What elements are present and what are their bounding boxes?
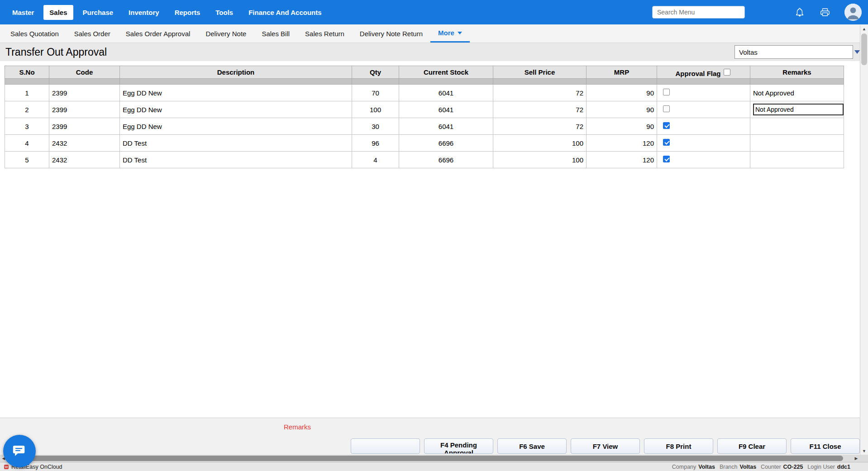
col-header-label: MRP <box>614 68 629 76</box>
subnav-item-sales-bill[interactable]: Sales Bill <box>254 24 297 43</box>
cell-code: 2399 <box>49 101 120 118</box>
cell-sell-price: 72 <box>493 101 587 118</box>
f6-save-button[interactable]: F6 Save <box>497 438 567 454</box>
dropdown-arrow-icon[interactable] <box>854 50 860 54</box>
main-menu: MasterSalesPurchaseInventoryReportsTools… <box>6 5 328 20</box>
cell-mrp: 90 <box>587 85 657 101</box>
f4-pending-approval-button[interactable]: F4 Pending Approval <box>424 438 493 454</box>
topnav-item-inventory[interactable]: Inventory <box>123 5 165 20</box>
table-row: 12399Egg DD New7060417290Not Approved <box>5 85 844 101</box>
branch-select[interactable]: Voltas <box>734 45 860 59</box>
approval-flag-checkbox[interactable] <box>663 156 670 162</box>
topnav-item-finance-and-accounts[interactable]: Finance And Accounts <box>243 5 327 20</box>
cell-current-stock: 6041 <box>399 85 493 101</box>
branch-select-value[interactable]: Voltas <box>734 45 853 59</box>
scroll-up-icon[interactable]: ▲ <box>860 27 868 31</box>
cell-current-stock: 6041 <box>399 101 493 118</box>
col-header-current-stock: Current Stock <box>399 66 493 79</box>
topnav-item-tools[interactable]: Tools <box>210 5 239 20</box>
table-filter-row <box>5 79 844 85</box>
approval-grid: S.NoCodeDescriptionQtyCurrent StockSell … <box>5 66 844 168</box>
topnav-item-reports[interactable]: Reports <box>169 5 206 20</box>
f8-print-button[interactable]: F8 Print <box>644 438 713 454</box>
search-input[interactable] <box>652 6 745 19</box>
status-label-company: Company <box>672 464 696 470</box>
cell-sno: 5 <box>5 152 49 168</box>
subnav-item-delivery-note[interactable]: Delivery Note <box>198 24 254 43</box>
filter-cell <box>120 79 352 85</box>
f9-clear-button[interactable]: F9 Clear <box>717 438 787 454</box>
chat-fab-button[interactable] <box>3 435 36 467</box>
col-header-label: Approval Flag <box>675 70 720 77</box>
cell-remarks <box>750 118 844 135</box>
cell-sno: 1 <box>5 85 49 101</box>
cell-approval-flag <box>657 135 750 152</box>
col-header-remarks: Remarks <box>750 66 844 79</box>
approval-flag-checkbox[interactable] <box>663 105 670 112</box>
horizontal-scrollbar[interactable]: ◀ ▶ <box>0 455 860 462</box>
cell-code: 2399 <box>49 85 120 101</box>
subnav-item-delivery-note-return[interactable]: Delivery Note Return <box>352 24 430 43</box>
approval-flag-checkbox[interactable] <box>663 122 670 129</box>
cell-qty: 4 <box>352 152 399 168</box>
horizontal-scroll-thumb[interactable] <box>8 456 843 461</box>
chevron-down-icon <box>458 32 462 34</box>
col-header-sell-price: Sell Price <box>493 66 587 79</box>
cell-description: DD Test <box>120 152 352 168</box>
status-label-login-user: Login User <box>807 464 835 470</box>
col-header-label: Code <box>76 68 93 76</box>
topnav-right-tools <box>652 4 862 21</box>
session-info: CompanyVoltasBranchVoltasCounterCO-225Lo… <box>672 464 853 470</box>
cell-remarks <box>750 135 844 152</box>
subnav-item-sales-order[interactable]: Sales Order <box>67 24 118 43</box>
top-navigation-bar: MasterSalesPurchaseInventoryReportsTools… <box>0 0 868 24</box>
scroll-right-icon[interactable]: ▶ <box>853 455 860 462</box>
remarks-label: Remarks <box>284 423 311 431</box>
subnav-item-sales-order-approval[interactable]: Sales Order Approval <box>118 24 198 43</box>
status-label-branch: Branch <box>720 464 738 470</box>
topnav-item-master[interactable]: Master <box>6 5 40 20</box>
col-header-mrp: MRP <box>587 66 657 79</box>
table-row: 32399Egg DD New3060417290 <box>5 118 844 135</box>
subnav-item-sales-return[interactable]: Sales Return <box>297 24 352 43</box>
remarks-input[interactable] <box>753 104 844 115</box>
col-header-approval-flag: Approval Flag <box>657 66 750 79</box>
status-value-login-user: ddc1 <box>837 464 850 470</box>
col-header-label: Remarks <box>782 68 811 76</box>
f11-close-button[interactable]: F11 Close <box>791 438 860 454</box>
f7-view-button[interactable]: F7 View <box>571 438 640 454</box>
col-header-label: Sell Price <box>525 68 555 76</box>
approval-flag-checkbox[interactable] <box>663 139 670 146</box>
cell-current-stock: 6696 <box>399 152 493 168</box>
filter-cell <box>399 79 493 85</box>
chat-bubble-icon <box>12 443 27 459</box>
col-header-code: Code <box>49 66 120 79</box>
cell-qty: 96 <box>352 135 399 152</box>
cell-description: Egg DD New <box>120 101 352 118</box>
cell-remarks <box>750 101 844 118</box>
notifications-bell-icon[interactable] <box>794 7 806 17</box>
filter-cell <box>657 79 750 85</box>
vertical-scroll-thumb[interactable] <box>861 33 867 65</box>
approval-flag-checkbox[interactable] <box>663 89 670 95</box>
cell-approval-flag <box>657 101 750 118</box>
filter-cell <box>352 79 399 85</box>
table-row: 42432DD Test966696100120 <box>5 135 844 152</box>
cell-mrp: 120 <box>587 152 657 168</box>
cell-current-stock: 6696 <box>399 135 493 152</box>
print-icon[interactable] <box>819 7 831 17</box>
approve-all-checkbox[interactable] <box>724 69 730 76</box>
cell-mrp: 90 <box>587 118 657 135</box>
subnav-item-more[interactable]: More <box>430 24 470 43</box>
status-label-counter: Counter <box>761 464 781 470</box>
app-logo-icon <box>4 464 9 470</box>
empty-button[interactable] <box>351 438 420 454</box>
user-avatar[interactable] <box>844 4 862 21</box>
vertical-scrollbar[interactable]: ▲ ▼ <box>860 25 868 455</box>
topnav-item-purchase[interactable]: Purchase <box>77 5 119 20</box>
cell-code: 2432 <box>49 152 120 168</box>
scroll-down-icon[interactable]: ▼ <box>860 449 868 453</box>
subnav-item-sales-quotation[interactable]: Sales Quotation <box>3 24 67 43</box>
cell-description: DD Test <box>120 135 352 152</box>
topnav-item-sales[interactable]: Sales <box>43 5 73 20</box>
